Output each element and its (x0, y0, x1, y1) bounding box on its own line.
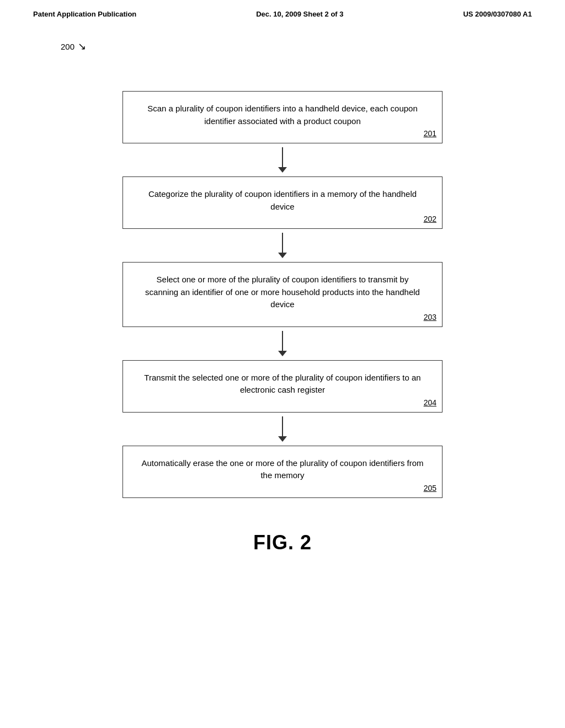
diagram-label-number: 200 (61, 42, 74, 51)
arrow-head-4 (278, 436, 287, 442)
flowchart: Scan a plurality of coupon identifiers i… (106, 91, 459, 498)
flow-box-201: Scan a plurality of coupon identifiers i… (122, 91, 443, 143)
arrow-2-to-3 (278, 229, 287, 262)
flow-box-203: Select one or more of the plurality of c… (122, 262, 443, 327)
main-content: 200 ↘ Scan a plurality of coupon identif… (0, 24, 565, 576)
arrow-3-to-4 (278, 327, 287, 360)
arrow-head-1 (278, 167, 287, 173)
arrow-1-to-2 (278, 143, 287, 176)
arrow-line-1 (282, 147, 283, 167)
step-num-202: 202 (424, 213, 436, 225)
figure-label: FIG. 2 (253, 531, 312, 554)
header-date-sheet: Dec. 10, 2009 Sheet 2 of 3 (256, 10, 343, 18)
flow-box-202: Categorize the plurality of coupon ident… (122, 176, 443, 229)
arrow-line-2 (282, 233, 283, 253)
flow-box-204: Transmit the selected one or more of the… (122, 360, 443, 413)
flow-box-205-text: Automatically erase the one or more of t… (141, 458, 423, 480)
step-num-204: 204 (424, 397, 436, 409)
flow-box-205: Automatically erase the one or more of t… (122, 446, 443, 498)
arrow-4-to-5 (278, 413, 287, 446)
arrow-line-3 (282, 331, 283, 351)
arrow-line-4 (282, 416, 283, 436)
arrow-head-3 (278, 351, 287, 356)
step-num-203: 203 (424, 312, 436, 323)
header-patent-number: US 2009/0307080 A1 (463, 10, 532, 18)
step-num-201: 201 (424, 128, 436, 140)
step-num-205: 205 (424, 483, 436, 494)
diagram-reference: 200 ↘ (61, 40, 86, 52)
arrow-head-2 (278, 253, 287, 258)
page-header: Patent Application Publication Dec. 10, … (0, 0, 565, 24)
flow-box-204-text: Transmit the selected one or more of the… (144, 373, 420, 395)
flow-box-202-text: Categorize the plurality of coupon ident… (148, 189, 417, 211)
flow-box-201-text: Scan a plurality of coupon identifiers i… (147, 104, 418, 126)
diagram-label-arrow: ↘ (78, 41, 86, 52)
header-publication-type: Patent Application Publication (33, 10, 136, 18)
flow-box-203-text: Select one or more of the plurality of c… (145, 275, 420, 309)
